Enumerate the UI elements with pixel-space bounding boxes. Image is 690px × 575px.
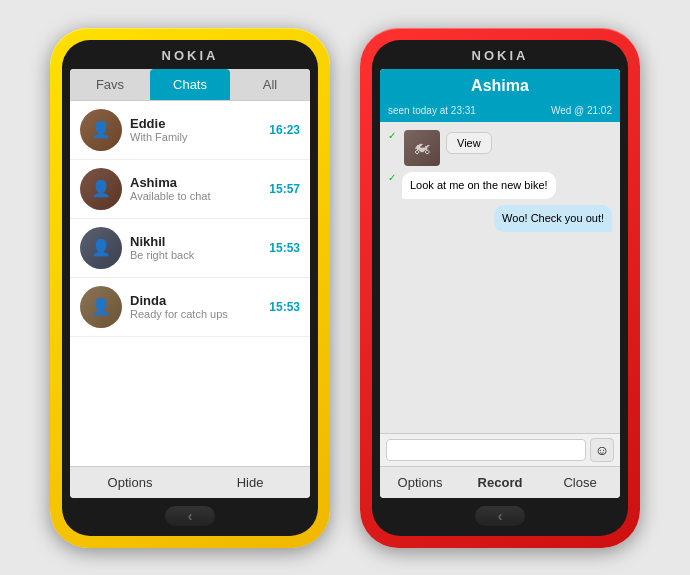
options-button-2[interactable]: Options [380,467,460,498]
chat-time-dinda: 15:53 [269,300,300,314]
chat-name-ashima: Ashima [130,175,261,190]
chat-header: Ashima [380,69,620,103]
chat-info-ashima: Ashima Available to chat [130,175,261,202]
record-button[interactable]: Record [460,467,540,498]
check-mark-1: ✓ [388,130,396,141]
hide-button[interactable]: Hide [190,467,310,498]
message-2-row: ✓ Look at me on the new bike! [388,172,612,199]
chat-item-dinda[interactable]: 👤 Dinda Ready for catch ups 15:53 [70,278,310,337]
chat-info-nikhil: Nikhil Be right back [130,234,261,261]
view-button[interactable]: View [446,132,492,154]
message-input[interactable] [386,439,586,461]
chat-status-ashima: Available to chat [130,190,261,202]
chat-name-eddie: Eddie [130,116,261,131]
action-bar-2: Options Record Close [380,466,620,498]
emoji-button[interactable]: ☺ [590,438,614,462]
chat-messages: ✓ 🏍 View ✓ Look at me on the new bike! W… [380,122,620,433]
avatar-nikhil: 👤 [80,227,122,269]
screen-2: Ashima seen today at 23:31 Wed @ 21:02 ✓… [380,69,620,498]
message-3: Woo! Check you out! [494,205,612,232]
chat-meta: seen today at 23:31 Wed @ 21:02 [380,103,620,122]
message-image: 🏍 [404,130,440,166]
tabs-bar: Favs Chats All [70,69,310,101]
avatar-ashima: 👤 [80,168,122,210]
nokia-brand-1: NOKIA [162,48,219,63]
chat-info-dinda: Dinda Ready for catch ups [130,293,261,320]
avatar-dinda: 👤 [80,286,122,328]
chat-status-nikhil: Be right back [130,249,261,261]
chat-status-dinda: Ready for catch ups [130,308,261,320]
chat-item-ashima[interactable]: 👤 Ashima Available to chat 15:57 [70,160,310,219]
chat-list: 👤 Eddie With Family 16:23 👤 Ashima Avail… [70,101,310,466]
options-button-1[interactable]: Options [70,467,190,498]
chat-info-eddie: Eddie With Family [130,116,261,143]
phone-2: NOKIA Ashima seen today at 23:31 Wed @ 2… [360,28,640,548]
home-button-1[interactable] [165,506,215,526]
home-button-2[interactable] [475,506,525,526]
seen-text: seen today at 23:31 [388,105,476,116]
tab-favs[interactable]: Favs [70,69,150,100]
avatar-eddie: 👤 [80,109,122,151]
phone-1: NOKIA Favs Chats All 👤 Eddie With Family [50,28,330,548]
chat-item-nikhil[interactable]: 👤 Nikhil Be right back 15:53 [70,219,310,278]
chat-input-area: ☺ [380,433,620,466]
chat-name-nikhil: Nikhil [130,234,261,249]
action-bar-1: Options Hide [70,466,310,498]
screen-1: Favs Chats All 👤 Eddie With Family 16:23 [70,69,310,498]
chat-time-ashima: 15:57 [269,182,300,196]
message-2: Look at me on the new bike! [402,172,556,199]
chat-status-eddie: With Family [130,131,261,143]
date-text: Wed @ 21:02 [551,105,612,116]
chat-time-nikhil: 15:53 [269,241,300,255]
nokia-brand-2: NOKIA [472,48,529,63]
phone-1-body: NOKIA Favs Chats All 👤 Eddie With Family [62,40,318,536]
tab-chats[interactable]: Chats [150,69,230,100]
message-1: ✓ 🏍 View [388,130,492,166]
phone-2-body: NOKIA Ashima seen today at 23:31 Wed @ 2… [372,40,628,536]
check-mark-2: ✓ [388,172,396,183]
close-button[interactable]: Close [540,467,620,498]
chat-time-eddie: 16:23 [269,123,300,137]
chat-name-dinda: Dinda [130,293,261,308]
tab-all[interactable]: All [230,69,310,100]
chat-item-eddie[interactable]: 👤 Eddie With Family 16:23 [70,101,310,160]
